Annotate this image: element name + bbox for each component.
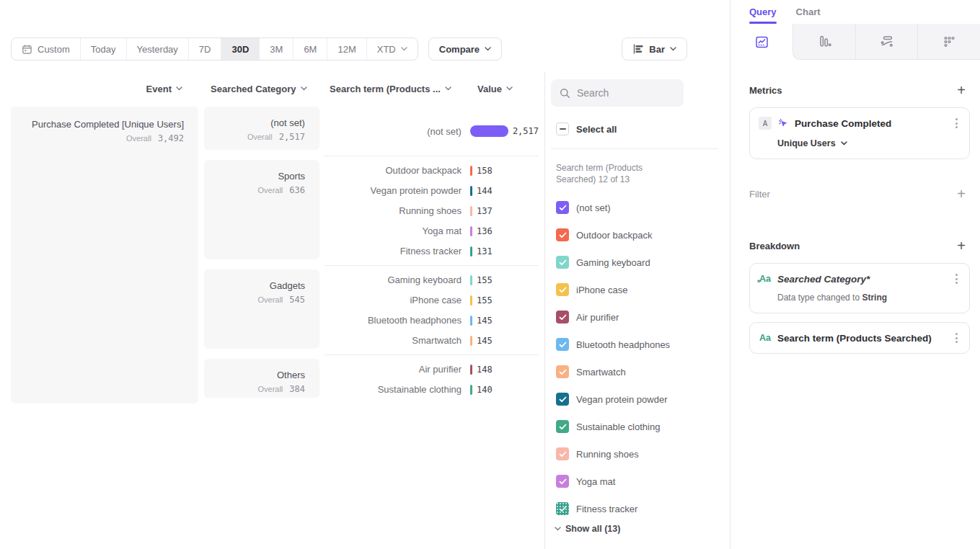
column-header-search-term[interactable]: Search term (Products ... bbox=[325, 84, 477, 94]
legend-item[interactable]: Outdoor backpack bbox=[551, 221, 718, 249]
checkbox-checked[interactable] bbox=[556, 475, 569, 488]
checkbox-checked[interactable] bbox=[556, 447, 569, 460]
date-preset-7d[interactable]: 7D bbox=[188, 38, 221, 60]
search-input[interactable] bbox=[577, 87, 671, 99]
legend-panel: Select all Search term (Products Searche… bbox=[544, 72, 730, 549]
add-metric-button[interactable]: + bbox=[953, 83, 970, 97]
checkbox-checked[interactable] bbox=[556, 420, 569, 433]
tab-chart[interactable]: Chart bbox=[796, 0, 821, 24]
date-preset-yesterday[interactable]: Yesterday bbox=[126, 38, 188, 60]
legend-item[interactable]: (not set) bbox=[551, 194, 718, 221]
term-row[interactable]: Fitness tracker131 bbox=[325, 241, 539, 262]
checkbox-checked[interactable] bbox=[556, 502, 569, 515]
term-row[interactable]: Yoga mat136 bbox=[325, 221, 539, 241]
kebab-menu-icon[interactable] bbox=[953, 272, 961, 285]
checkbox-checked[interactable] bbox=[556, 201, 569, 214]
select-all[interactable]: Select all bbox=[556, 122, 718, 135]
legend-item[interactable]: Yoga mat bbox=[551, 468, 718, 495]
kebab-menu-icon[interactable] bbox=[953, 117, 961, 130]
term-row[interactable]: Vegan protein powder144 bbox=[325, 181, 539, 201]
legend-item[interactable]: Smartwatch bbox=[551, 358, 718, 385]
overall-label: Overall bbox=[257, 385, 283, 393]
check-icon bbox=[559, 478, 567, 485]
report-tab-funnels[interactable] bbox=[793, 24, 855, 59]
term-label: Yoga mat bbox=[325, 226, 462, 236]
category-title: (not set) bbox=[213, 117, 305, 130]
select-all-checkbox[interactable] bbox=[556, 122, 569, 135]
overall-value: 384 bbox=[289, 384, 305, 394]
check-icon bbox=[559, 314, 567, 321]
legend-item[interactable]: iPhone case bbox=[551, 276, 718, 303]
date-preset-6m[interactable]: 6M bbox=[293, 38, 327, 60]
insights-icon bbox=[754, 35, 769, 50]
legend-item-label: (not set) bbox=[576, 202, 611, 213]
term-row[interactable]: iPhone case155 bbox=[325, 290, 539, 311]
term-label: Vegan protein powder bbox=[325, 185, 462, 196]
term-label: Gaming keyboard bbox=[325, 274, 462, 285]
date-preset-today[interactable]: Today bbox=[80, 38, 126, 60]
term-row[interactable]: Sustainable clothing140 bbox=[325, 380, 539, 400]
legend-item[interactable]: Sustainable clothing bbox=[551, 413, 718, 440]
show-all-link[interactable]: Show all (13) bbox=[555, 524, 718, 534]
date-preset-xtd[interactable]: XTD bbox=[366, 38, 418, 60]
event-cell[interactable]: Purchase Completed [Unique Users] Overal… bbox=[11, 107, 198, 403]
query-builder: Metrics + A Purchase Completed Unique Us… bbox=[730, 60, 980, 354]
checkbox-checked[interactable] bbox=[556, 365, 569, 378]
category-cell[interactable]: GadgetsOverall545 bbox=[204, 269, 319, 349]
date-preset-12m[interactable]: 12M bbox=[327, 38, 366, 60]
breakdown-card[interactable]: Aa* Searched Category* Data type changed… bbox=[749, 263, 970, 313]
category-title: Others bbox=[213, 369, 305, 382]
legend-list: (not set)Outdoor backpackGaming keyboard… bbox=[551, 194, 718, 522]
kebab-menu-icon[interactable] bbox=[953, 331, 961, 344]
checkbox-checked[interactable] bbox=[556, 338, 569, 351]
chevron-down-icon bbox=[506, 86, 513, 91]
value-text: 155 bbox=[477, 295, 493, 305]
chart-type-button[interactable]: Bar bbox=[622, 37, 687, 61]
report-tab-insights[interactable] bbox=[730, 24, 793, 60]
breakdown-table: Event Searched Category Search term (Pro… bbox=[11, 78, 539, 403]
report-tab-flows[interactable] bbox=[855, 24, 918, 59]
column-header-searched-category[interactable]: Searched Category bbox=[204, 84, 319, 94]
term-row[interactable]: Bluetooth headphones145 bbox=[325, 311, 539, 331]
checkbox-checked[interactable] bbox=[556, 228, 569, 241]
date-preset-30d[interactable]: 30D bbox=[221, 38, 259, 60]
legend-item[interactable]: Air purifier bbox=[551, 303, 718, 331]
date-preset-custom[interactable]: Custom bbox=[12, 38, 80, 60]
legend-item[interactable]: Vegan protein powder bbox=[551, 385, 718, 413]
report-tab-retention[interactable] bbox=[917, 24, 980, 59]
term-row[interactable]: Air purifier148 bbox=[325, 360, 539, 380]
date-preset-3m[interactable]: 3M bbox=[259, 38, 293, 60]
legend-item[interactable]: Running shoes bbox=[551, 440, 718, 468]
column-header-event[interactable]: Event bbox=[11, 84, 198, 94]
term-row[interactable]: Running shoes137 bbox=[325, 201, 539, 221]
measurement-dropdown[interactable]: Unique Users bbox=[777, 138, 961, 148]
query-panel-tabs: Query Chart bbox=[730, 0, 980, 24]
term-row[interactable]: Outdoor backpack158 bbox=[325, 161, 539, 181]
category-cell[interactable]: SportsOverall636 bbox=[204, 160, 319, 259]
category-cell[interactable]: OthersOverall384 bbox=[204, 359, 319, 398]
legend-item[interactable]: Fitness tracker bbox=[551, 495, 718, 522]
metric-card[interactable]: A Purchase Completed Unique Users bbox=[749, 107, 970, 159]
category-cell[interactable]: (not set)Overall2,517 bbox=[204, 107, 319, 150]
add-filter-button[interactable]: + bbox=[953, 187, 970, 201]
tab-query[interactable]: Query bbox=[749, 0, 777, 24]
term-row[interactable]: (not set)2,517 bbox=[325, 121, 539, 141]
column-header-value[interactable]: Value bbox=[477, 84, 539, 94]
date-range-control: CustomTodayYesterday7D30D3M6M12MXTD bbox=[11, 37, 418, 61]
legend-item[interactable]: Bluetooth headphones bbox=[551, 331, 718, 358]
legend-item[interactable]: Gaming keyboard bbox=[551, 249, 718, 276]
legend-item-label: Smartwatch bbox=[576, 367, 626, 378]
search-icon bbox=[560, 88, 570, 99]
term-row[interactable]: Smartwatch145 bbox=[325, 331, 539, 351]
checkbox-checked[interactable] bbox=[556, 256, 569, 269]
term-label: Smartwatch bbox=[325, 335, 462, 346]
compare-button[interactable]: Compare bbox=[428, 37, 502, 61]
term-row[interactable]: Gaming keyboard155 bbox=[325, 270, 539, 290]
analytics-app: CustomTodayYesterday7D30D3M6M12MXTD Comp… bbox=[0, 0, 980, 549]
calendar-icon bbox=[22, 44, 32, 55]
checkbox-checked[interactable] bbox=[556, 393, 569, 406]
checkbox-checked[interactable] bbox=[556, 311, 569, 323]
breakdown-card[interactable]: Aa Search term (Products Searched) bbox=[749, 322, 970, 354]
checkbox-checked[interactable] bbox=[556, 283, 569, 296]
add-breakdown-button[interactable]: + bbox=[953, 238, 970, 253]
